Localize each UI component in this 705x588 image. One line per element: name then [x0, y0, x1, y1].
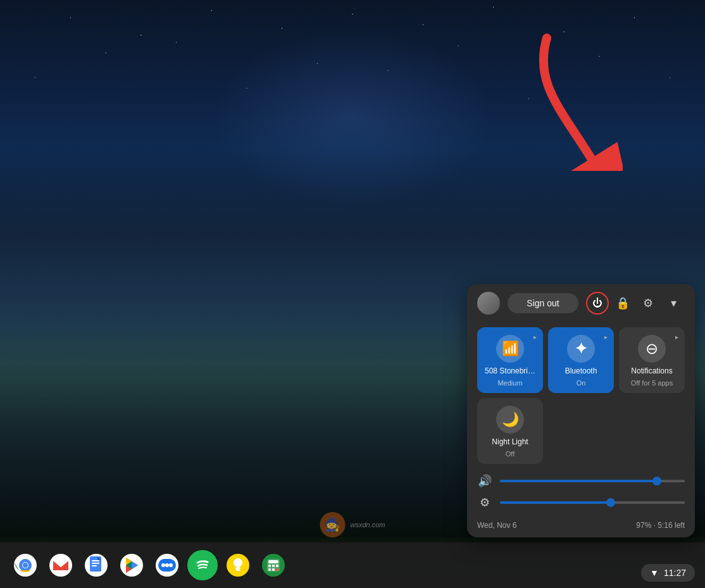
svg-rect-11: [92, 565, 97, 566]
svg-point-24: [234, 558, 242, 567]
svg-rect-32: [276, 565, 278, 567]
svg-rect-34: [272, 568, 275, 571]
taskbar-idea[interactable]: [223, 550, 253, 580]
lock-button[interactable]: 🔒: [611, 292, 634, 315]
taskbar-play[interactable]: [116, 550, 147, 580]
watermark-icon: 🧙: [320, 512, 345, 537]
svg-point-19: [161, 563, 165, 567]
brightness-icon: ⚙: [477, 496, 492, 510]
taskbar-spotify[interactable]: [187, 550, 218, 580]
brightness-slider-row: ⚙: [477, 496, 685, 510]
svg-rect-29: [268, 560, 278, 563]
taskbar-chrome[interactable]: [10, 550, 41, 580]
quick-settings-panel: Sign out ⏻ 🔒 ⚙ ▾ 📶 508 Stonebri… Medium …: [467, 284, 695, 537]
svg-rect-10: [92, 563, 99, 564]
taskbar-gmail[interactable]: [46, 550, 76, 580]
sliders-section: 🔊 ⚙: [467, 469, 695, 515]
taskbar-calculator[interactable]: [258, 550, 289, 580]
svg-rect-33: [268, 568, 271, 571]
night-light-sub: Off: [506, 450, 515, 458]
desktop: Sign out ⏻ 🔒 ⚙ ▾ 📶 508 Stonebri… Medium …: [0, 0, 705, 588]
svg-point-5: [23, 563, 28, 568]
brightness-thumb[interactable]: [606, 498, 615, 507]
wifi-arrow: ▸: [533, 334, 537, 341]
watermark: 🧙 wsxdn.com: [320, 512, 385, 537]
brightness-fill: [500, 501, 611, 504]
qs-header: Sign out ⏻ 🔒 ⚙ ▾: [467, 284, 695, 322]
wifi-sub: Medium: [497, 379, 522, 387]
notifications-name: Notifications: [631, 366, 672, 375]
battery-display: 97% · 5:16 left: [636, 521, 685, 530]
bluetooth-tile[interactable]: ✦ Bluetooth On ▸: [548, 327, 614, 393]
user-avatar: [477, 292, 500, 315]
svg-rect-35: [276, 568, 278, 571]
bluetooth-name: Bluetooth: [565, 366, 597, 375]
watermark-text: wsxdn.com: [350, 521, 385, 529]
power-button[interactable]: ⏻: [586, 292, 609, 315]
night-light-icon: 🌙: [496, 406, 524, 434]
svg-rect-30: [268, 565, 271, 567]
svg-rect-9: [92, 560, 99, 561]
svg-rect-31: [272, 565, 275, 567]
notifications-tile[interactable]: ⊖ Notifications Off for 5 apps ▸: [619, 327, 685, 393]
svg-point-21: [169, 563, 173, 567]
svg-point-20: [165, 563, 169, 567]
tray-wifi-icon: ▼: [650, 568, 659, 578]
quick-tiles-grid: 📶 508 Stonebri… Medium ▸ ✦ Bluetooth On …: [467, 322, 695, 469]
notifications-icon: ⊖: [638, 335, 666, 363]
brightness-track[interactable]: [500, 501, 685, 504]
volume-fill: [500, 480, 657, 482]
wifi-tile[interactable]: 📶 508 Stonebri… Medium ▸: [477, 327, 543, 393]
taskbar: ▼ 11:27: [0, 542, 705, 588]
svg-rect-6: [49, 554, 72, 577]
volume-track[interactable]: [500, 480, 685, 482]
night-light-tile[interactable]: 🌙 Night Light Off: [477, 398, 543, 464]
bluetooth-sub: On: [577, 379, 586, 387]
wifi-name: 508 Stonebri…: [485, 366, 535, 375]
taskbar-messages[interactable]: [152, 550, 182, 580]
sign-out-button[interactable]: Sign out: [508, 293, 578, 313]
qs-footer: Wed, Nov 6 97% · 5:16 left: [467, 515, 695, 537]
settings-button[interactable]: ⚙: [637, 292, 659, 315]
tray-time: 11:27: [664, 568, 686, 578]
notifications-sub: Off for 5 apps: [631, 379, 673, 387]
svg-rect-26: [236, 570, 240, 571]
expand-button[interactable]: ▾: [662, 292, 685, 315]
system-tray[interactable]: ▼ 11:27: [641, 564, 695, 582]
svg-rect-25: [235, 567, 240, 570]
bluetooth-icon: ✦: [567, 335, 595, 363]
nebula-overlay: [211, 29, 494, 206]
volume-thumb[interactable]: [652, 477, 661, 485]
bluetooth-arrow: ▸: [604, 334, 608, 341]
volume-icon: 🔊: [477, 474, 492, 488]
notifications-arrow: ▸: [675, 334, 678, 341]
night-light-name: Night Light: [492, 437, 528, 446]
taskbar-docs[interactable]: [81, 550, 111, 580]
volume-slider-row: 🔊: [477, 474, 685, 488]
header-action-icons: ⏻ 🔒 ⚙ ▾: [586, 292, 685, 315]
date-display: Wed, Nov 6: [477, 521, 516, 530]
wifi-icon: 📶: [496, 335, 524, 363]
